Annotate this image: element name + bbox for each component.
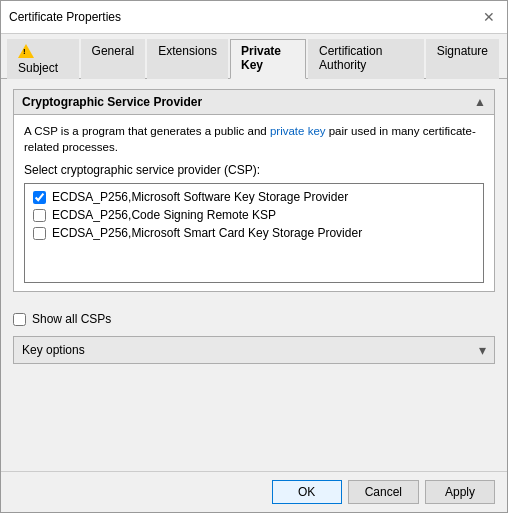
tab-bar: Subject General Extensions Private Key C… — [1, 34, 507, 79]
tab-private-key[interactable]: Private Key — [230, 39, 306, 79]
private-key-link[interactable]: private key — [270, 125, 326, 137]
csp-item-1: ECDSA_P256,Code Signing Remote KSP — [29, 206, 479, 224]
chevron-down-icon: ▾ — [479, 342, 486, 358]
csp-item-label-1: ECDSA_P256,Code Signing Remote KSP — [52, 208, 276, 222]
tab-subject[interactable]: Subject — [7, 39, 79, 79]
tab-extensions[interactable]: Extensions — [147, 39, 228, 79]
csp-item-label-2: ECDSA_P256,Microsoft Smart Card Key Stor… — [52, 226, 362, 240]
csp-select-label: Select cryptographic service provider (C… — [24, 163, 484, 177]
tab-general[interactable]: General — [81, 39, 146, 79]
csp-item-0: ECDSA_P256,Microsoft Software Key Storag… — [29, 188, 479, 206]
csp-checkbox-0[interactable] — [33, 191, 46, 204]
cancel-button[interactable]: Cancel — [348, 480, 419, 504]
dialog-footer: OK Cancel Apply — [1, 471, 507, 512]
ok-button[interactable]: OK — [272, 480, 342, 504]
apply-button[interactable]: Apply — [425, 480, 495, 504]
csp-section-body: A CSP is a program that generates a publ… — [14, 115, 494, 291]
csp-item-2: ECDSA_P256,Microsoft Smart Card Key Stor… — [29, 224, 479, 242]
csp-list: ECDSA_P256,Microsoft Software Key Storag… — [24, 183, 484, 283]
csp-checkbox-1[interactable] — [33, 209, 46, 222]
csp-section: Cryptographic Service Provider ▲ A CSP i… — [13, 89, 495, 292]
csp-section-title: Cryptographic Service Provider — [22, 95, 202, 109]
tab-certification-authority[interactable]: Certification Authority — [308, 39, 424, 79]
tab-signature[interactable]: Signature — [426, 39, 499, 79]
key-options-section: Key options ▾ — [13, 336, 495, 364]
dialog-title: Certificate Properties — [9, 10, 121, 24]
content-area: Cryptographic Service Provider ▲ A CSP i… — [1, 79, 507, 471]
csp-description: A CSP is a program that generates a publ… — [24, 123, 484, 155]
csp-section-header: Cryptographic Service Provider ▲ — [14, 90, 494, 115]
warning-icon — [18, 44, 34, 58]
key-options-header[interactable]: Key options ▾ — [14, 337, 494, 363]
certificate-properties-dialog: Certificate Properties ✕ Subject General… — [0, 0, 508, 513]
key-options-label: Key options — [22, 343, 85, 357]
collapse-icon[interactable]: ▲ — [474, 95, 486, 109]
show-all-csps-row: Show all CSPs — [13, 312, 495, 326]
title-bar: Certificate Properties ✕ — [1, 1, 507, 34]
show-all-csps-checkbox[interactable] — [13, 313, 26, 326]
close-button[interactable]: ✕ — [479, 7, 499, 27]
csp-checkbox-2[interactable] — [33, 227, 46, 240]
show-all-csps-label: Show all CSPs — [32, 312, 111, 326]
csp-item-label-0: ECDSA_P256,Microsoft Software Key Storag… — [52, 190, 348, 204]
